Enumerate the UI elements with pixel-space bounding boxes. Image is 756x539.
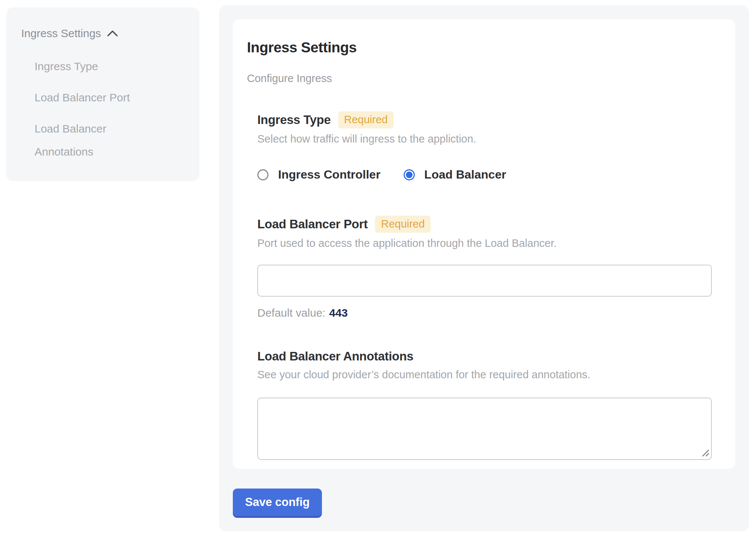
- sidebar-group-ingress-settings[interactable]: Ingress Settings: [21, 26, 186, 41]
- radio-label-load-balancer: Load Balancer: [424, 168, 506, 182]
- required-badge: Required: [338, 111, 394, 128]
- load-balancer-port-description: Port used to access the application thro…: [257, 236, 713, 250]
- radio-load-balancer-checked-icon[interactable]: [404, 169, 415, 180]
- section-ingress-type: Ingress Type Required Select how traffic…: [257, 111, 713, 182]
- radio-option-ingress-controller[interactable]: Ingress Controller: [257, 168, 381, 182]
- ingress-type-label: Ingress Type: [257, 112, 331, 128]
- sidebar-item-load-balancer-port[interactable]: Load Balancer Port: [35, 86, 157, 109]
- textarea-resize-handle-icon[interactable]: [700, 448, 710, 457]
- radio-label-ingress-controller: Ingress Controller: [278, 168, 381, 182]
- section-load-balancer-annotations: Load Balancer Annotations See your cloud…: [257, 349, 713, 460]
- chevron-up-icon: [107, 26, 118, 41]
- ingress-settings-card: Ingress Settings Configure Ingress Ingre…: [233, 19, 735, 469]
- default-value-number: 443: [329, 307, 348, 319]
- page-title: Ingress Settings: [247, 39, 713, 56]
- settings-sidebar: Ingress Settings Ingress Type Load Balan…: [6, 7, 199, 181]
- load-balancer-annotations-description: See your cloud provider’s documentation …: [257, 368, 713, 381]
- radio-option-load-balancer[interactable]: Load Balancer: [404, 168, 506, 182]
- sidebar-item-load-balancer-annotations[interactable]: Load Balancer Annotations: [35, 117, 157, 163]
- ingress-type-radio-group: Ingress Controller Load Balancer: [257, 168, 713, 182]
- save-config-button[interactable]: Save config: [233, 489, 322, 516]
- load-balancer-port-input[interactable]: [257, 265, 712, 297]
- section-load-balancer-port: Load Balancer Port Required Port used to…: [257, 216, 713, 320]
- load-balancer-port-label: Load Balancer Port: [257, 216, 368, 232]
- default-value-row: Default value:443: [257, 306, 713, 320]
- ingress-type-description: Select how traffic will ingress to the a…: [257, 132, 713, 146]
- sidebar-nav: Ingress Type Load Balancer Port Load Bal…: [21, 55, 186, 163]
- load-balancer-annotations-textarea[interactable]: [257, 398, 712, 460]
- annotations-textarea-wrapper: [257, 398, 712, 460]
- main-panel: Ingress Settings Configure Ingress Ingre…: [219, 5, 749, 532]
- sidebar-group-label: Ingress Settings: [21, 26, 101, 41]
- sidebar-item-ingress-type[interactable]: Ingress Type: [35, 55, 157, 78]
- form-sections: Ingress Type Required Select how traffic…: [257, 111, 713, 460]
- radio-ingress-controller-unchecked-icon[interactable]: [257, 169, 268, 180]
- default-value-label: Default value:: [257, 307, 325, 319]
- page-subtitle: Configure Ingress: [247, 72, 713, 85]
- required-badge: Required: [375, 216, 431, 233]
- load-balancer-annotations-label: Load Balancer Annotations: [257, 349, 413, 364]
